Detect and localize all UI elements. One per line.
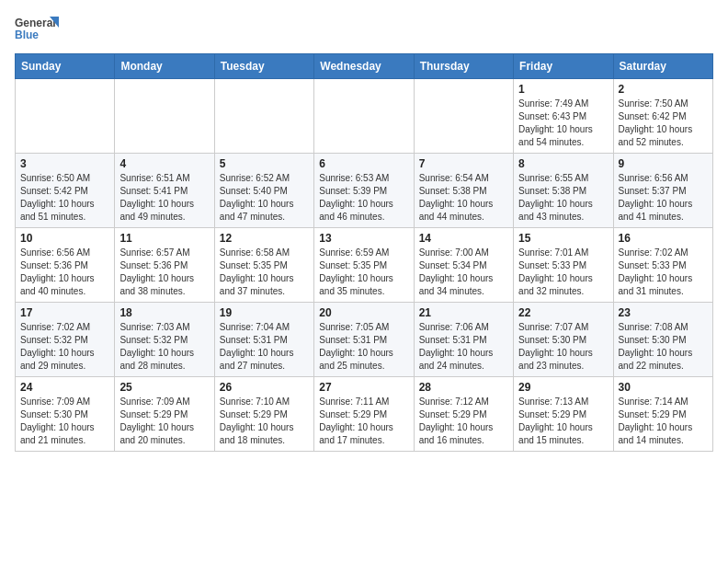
day-number: 2 [619, 83, 708, 96]
calendar-cell [16, 79, 115, 154]
calendar-cell: 11Sunrise: 6:57 AM Sunset: 5:36 PM Dayli… [115, 228, 214, 303]
day-info: Sunrise: 7:00 AM Sunset: 5:34 PM Dayligh… [419, 247, 508, 298]
weekday-header: Thursday [414, 54, 513, 79]
day-number: 12 [220, 232, 309, 245]
day-info: Sunrise: 6:57 AM Sunset: 5:36 PM Dayligh… [119, 247, 209, 298]
day-number: 10 [20, 232, 109, 245]
calendar-week-row: 24Sunrise: 7:09 AM Sunset: 5:30 PM Dayli… [16, 377, 713, 452]
calendar-cell: 19Sunrise: 7:04 AM Sunset: 5:31 PM Dayli… [214, 303, 313, 377]
day-number: 8 [518, 157, 608, 170]
day-number: 23 [619, 306, 708, 319]
day-info: Sunrise: 7:10 AM Sunset: 5:29 PM Dayligh… [220, 396, 309, 447]
calendar-cell: 16Sunrise: 7:02 AM Sunset: 5:33 PM Dayli… [613, 228, 712, 303]
svg-text:General: General [15, 17, 56, 29]
day-info: Sunrise: 6:52 AM Sunset: 5:40 PM Dayligh… [220, 172, 309, 224]
day-number: 18 [119, 306, 209, 319]
svg-text:Blue: Blue [15, 29, 39, 41]
day-info: Sunrise: 6:59 AM Sunset: 5:35 PM Dayligh… [319, 247, 408, 298]
calendar-cell [214, 79, 313, 154]
weekday-header: Wednesday [314, 54, 414, 79]
calendar-cell: 23Sunrise: 7:08 AM Sunset: 5:30 PM Dayli… [613, 303, 712, 377]
calendar-cell: 10Sunrise: 6:56 AM Sunset: 5:36 PM Dayli… [16, 228, 115, 303]
calendar-cell: 28Sunrise: 7:12 AM Sunset: 5:29 PM Dayli… [414, 377, 513, 452]
day-info: Sunrise: 7:04 AM Sunset: 5:31 PM Dayligh… [220, 321, 309, 373]
logo-icon: GeneralBlue [15, 15, 61, 44]
day-number: 27 [319, 381, 408, 394]
day-info: Sunrise: 6:51 AM Sunset: 5:41 PM Dayligh… [119, 172, 209, 224]
day-number: 6 [319, 157, 408, 170]
day-info: Sunrise: 6:58 AM Sunset: 5:35 PM Dayligh… [220, 247, 309, 298]
day-number: 17 [20, 306, 109, 319]
calendar-cell: 27Sunrise: 7:11 AM Sunset: 5:29 PM Dayli… [314, 377, 414, 452]
day-number: 15 [518, 232, 608, 245]
calendar-cell: 18Sunrise: 7:03 AM Sunset: 5:32 PM Dayli… [115, 303, 214, 377]
day-number: 22 [518, 306, 608, 319]
calendar-cell: 7Sunrise: 6:54 AM Sunset: 5:38 PM Daylig… [414, 154, 513, 228]
day-info: Sunrise: 6:53 AM Sunset: 5:39 PM Dayligh… [319, 172, 408, 224]
day-number: 16 [619, 232, 708, 245]
day-info: Sunrise: 7:11 AM Sunset: 5:29 PM Dayligh… [319, 396, 408, 447]
day-number: 20 [319, 306, 408, 319]
day-info: Sunrise: 7:01 AM Sunset: 5:33 PM Dayligh… [518, 247, 608, 298]
day-info: Sunrise: 7:06 AM Sunset: 5:31 PM Dayligh… [419, 321, 508, 373]
day-number: 28 [419, 381, 508, 394]
day-number: 29 [518, 381, 608, 394]
calendar-cell: 8Sunrise: 6:55 AM Sunset: 5:38 PM Daylig… [514, 154, 613, 228]
day-number: 5 [220, 157, 309, 170]
calendar-cell: 26Sunrise: 7:10 AM Sunset: 5:29 PM Dayli… [214, 377, 313, 452]
day-info: Sunrise: 7:49 AM Sunset: 6:43 PM Dayligh… [518, 98, 608, 149]
day-info: Sunrise: 6:56 AM Sunset: 5:36 PM Dayligh… [20, 247, 109, 298]
day-number: 9 [619, 157, 708, 170]
weekday-header: Sunday [16, 54, 115, 79]
calendar-cell: 13Sunrise: 6:59 AM Sunset: 5:35 PM Dayli… [314, 228, 414, 303]
day-info: Sunrise: 6:56 AM Sunset: 5:37 PM Dayligh… [619, 172, 708, 224]
day-info: Sunrise: 7:07 AM Sunset: 5:30 PM Dayligh… [518, 321, 608, 373]
day-info: Sunrise: 7:09 AM Sunset: 5:29 PM Dayligh… [119, 396, 209, 447]
day-info: Sunrise: 7:02 AM Sunset: 5:33 PM Dayligh… [619, 247, 708, 298]
calendar-cell: 9Sunrise: 6:56 AM Sunset: 5:37 PM Daylig… [613, 154, 712, 228]
day-info: Sunrise: 7:13 AM Sunset: 5:29 PM Dayligh… [518, 396, 608, 447]
calendar-cell: 30Sunrise: 7:14 AM Sunset: 5:29 PM Dayli… [613, 377, 712, 452]
calendar-cell [314, 79, 414, 154]
day-number: 14 [419, 232, 508, 245]
calendar-cell: 14Sunrise: 7:00 AM Sunset: 5:34 PM Dayli… [414, 228, 513, 303]
day-number: 30 [619, 381, 708, 394]
day-info: Sunrise: 7:14 AM Sunset: 5:29 PM Dayligh… [619, 396, 708, 447]
calendar-cell: 12Sunrise: 6:58 AM Sunset: 5:35 PM Dayli… [214, 228, 313, 303]
day-info: Sunrise: 7:05 AM Sunset: 5:31 PM Dayligh… [319, 321, 408, 373]
weekday-header: Friday [514, 54, 613, 79]
calendar-cell: 25Sunrise: 7:09 AM Sunset: 5:29 PM Dayli… [115, 377, 214, 452]
weekday-header-row: SundayMondayTuesdayWednesdayThursdayFrid… [16, 54, 713, 79]
calendar-cell: 3Sunrise: 6:50 AM Sunset: 5:42 PM Daylig… [16, 154, 115, 228]
day-number: 13 [319, 232, 408, 245]
day-info: Sunrise: 6:54 AM Sunset: 5:38 PM Dayligh… [419, 172, 508, 224]
day-info: Sunrise: 7:12 AM Sunset: 5:29 PM Dayligh… [419, 396, 508, 447]
calendar-cell: 1Sunrise: 7:49 AM Sunset: 6:43 PM Daylig… [514, 79, 613, 154]
logo: GeneralBlue [15, 15, 61, 44]
day-info: Sunrise: 6:50 AM Sunset: 5:42 PM Dayligh… [20, 172, 109, 224]
calendar-week-row: 17Sunrise: 7:02 AM Sunset: 5:32 PM Dayli… [16, 303, 713, 377]
day-number: 24 [20, 381, 109, 394]
calendar-week-row: 10Sunrise: 6:56 AM Sunset: 5:36 PM Dayli… [16, 228, 713, 303]
calendar-cell: 4Sunrise: 6:51 AM Sunset: 5:41 PM Daylig… [115, 154, 214, 228]
day-info: Sunrise: 7:50 AM Sunset: 6:42 PM Dayligh… [619, 98, 708, 149]
calendar-cell: 22Sunrise: 7:07 AM Sunset: 5:30 PM Dayli… [514, 303, 613, 377]
calendar-cell [115, 79, 214, 154]
weekday-header: Monday [115, 54, 214, 79]
day-info: Sunrise: 7:08 AM Sunset: 5:30 PM Dayligh… [619, 321, 708, 373]
calendar-cell: 15Sunrise: 7:01 AM Sunset: 5:33 PM Dayli… [514, 228, 613, 303]
day-info: Sunrise: 7:03 AM Sunset: 5:32 PM Dayligh… [119, 321, 209, 373]
calendar-table: SundayMondayTuesdayWednesdayThursdayFrid… [15, 53, 713, 452]
day-info: Sunrise: 6:55 AM Sunset: 5:38 PM Dayligh… [518, 172, 608, 224]
calendar-week-row: 3Sunrise: 6:50 AM Sunset: 5:42 PM Daylig… [16, 154, 713, 228]
day-number: 21 [419, 306, 508, 319]
day-info: Sunrise: 7:09 AM Sunset: 5:30 PM Dayligh… [20, 396, 109, 447]
calendar-cell: 21Sunrise: 7:06 AM Sunset: 5:31 PM Dayli… [414, 303, 513, 377]
calendar-cell: 29Sunrise: 7:13 AM Sunset: 5:29 PM Dayli… [514, 377, 613, 452]
page-header: GeneralBlue [15, 15, 713, 44]
weekday-header: Tuesday [214, 54, 313, 79]
day-number: 11 [119, 232, 209, 245]
day-number: 1 [518, 83, 608, 96]
day-info: Sunrise: 7:02 AM Sunset: 5:32 PM Dayligh… [20, 321, 109, 373]
weekday-header: Saturday [613, 54, 712, 79]
